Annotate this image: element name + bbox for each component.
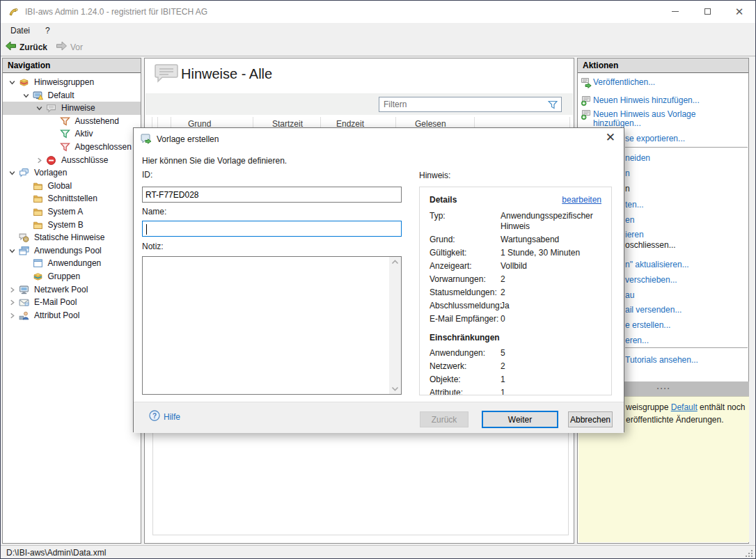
chevron-down-icon[interactable] [22,92,30,100]
chevron-down-icon[interactable] [36,104,43,112]
navigation-header: Navigation [3,58,141,73]
chevron-down-icon[interactable] [8,169,16,177]
detail-value: Vollbild [501,261,601,271]
detail-row: Grund:Wartungsabend [430,235,601,245]
action-partial[interactable]: n" aktualisieren... [625,260,689,269]
tree-item-gruppen[interactable]: Gruppen [3,270,141,283]
tree-item-system-a[interactable]: System A [3,205,141,219]
templates-icon [19,168,29,178]
dialog-close-icon[interactable]: ✕ [603,131,618,145]
chevron-right-icon[interactable] [8,286,16,294]
filter-input[interactable] [382,98,539,111]
resize-grip[interactable] [745,549,753,558]
menu-help[interactable]: ? [40,26,56,36]
tree-item-vorlagen[interactable]: Vorlagen [3,166,141,180]
action-partial[interactable]: se exportieren... [625,134,685,143]
forward-nav-button[interactable]: Vor [56,41,83,53]
action-partial[interactable]: ten... [625,200,644,210]
tree-item-label: Netzwerk Pool [34,285,88,294]
action-partial[interactable]: neiden [625,153,650,163]
dialog-cancel-button[interactable]: Abbrechen [568,411,613,427]
filter-funnel-icon[interactable] [548,100,558,111]
hinweis-label: Hinweis: [419,171,450,180]
status-path: D:\IBI-aws\Admin\Data.xml [6,548,106,558]
back-nav-button[interactable]: Zurück [5,41,47,53]
tree-item-e-mail-pool[interactable]: E-Mail Pool [3,296,141,309]
tree-item-hinweisgruppen[interactable]: Hinweisgruppen [3,76,141,89]
app-window-icon [33,258,43,269]
notiz-label: Notiz: [142,242,164,251]
notiz-scrollbar[interactable] [389,257,401,394]
default-group-link[interactable]: Default [671,402,698,412]
notiz-textarea[interactable] [142,256,402,395]
bearbeiten-link[interactable]: bearbeiten [562,195,601,205]
action-partial[interactable]: Tutorials ansehen... [625,355,698,365]
chevron-right-icon[interactable] [36,157,43,164]
tree-item-anwendungs-pool[interactable]: Anwendungs Pool [3,244,141,258]
action-partial[interactable]: verschieben... [625,275,677,285]
menu-datei[interactable]: Datei [5,26,36,36]
chevron-right-icon[interactable] [8,312,16,320]
tree-item-ausstehend[interactable]: Ausstehend [3,115,141,128]
action-partial[interactable]: ieren [625,230,644,239]
action-partial[interactable]: e erstellen... [625,320,670,330]
chevron-down-icon[interactable] [8,79,16,86]
tree-item-abgeschlossen[interactable]: Abgeschlossen [3,141,141,154]
dialog-next-button[interactable]: Weiter [482,411,558,428]
tree-item-statische-hinweise[interactable]: Statische Hinweise [3,231,141,244]
navigation-panel: Navigation HinweisgruppenDefaultHinweise… [2,58,141,544]
add-note-icon [581,95,592,107]
name-input-wrapper [142,221,402,237]
action-partial[interactable]: ail versenden... [625,305,682,315]
tree-item-attribut-pool[interactable]: Attribut Pool [3,309,141,322]
action-partial[interactable]: oschliessen... [625,240,676,250]
close-button[interactable]: ✕ [723,1,755,22]
tree-item-hinweise[interactable]: Hinweise [3,102,141,115]
maximize-button[interactable] [691,1,723,22]
action-partial[interactable]: en [625,215,634,225]
dialog-back-button[interactable]: Zurück [420,411,468,427]
hinweise-page-icon [154,63,179,87]
maximize-icon [704,8,711,15]
tree-item-schnittstellen[interactable]: Schnittstellen [3,192,141,205]
svg-text:?: ? [152,412,157,420]
detail-label: Vorwarnungen: [430,274,501,285]
tree-item-aktiv[interactable]: Aktiv [3,127,141,141]
detail-label: Anzeigeart: [430,261,501,271]
id-label: ID: [142,170,152,180]
action-partial[interactable]: au [625,290,634,300]
tree-item-system-b[interactable]: System B [3,219,141,232]
name-input[interactable] [145,223,389,235]
tree-item-netzwerk-pool[interactable]: Netzwerk Pool [3,283,141,297]
tree-item-label: Aktiv [75,129,93,139]
detail-row: Anzeigeart:Vollbild [430,261,601,271]
tree-item-label: Global [48,181,72,191]
action-partial[interactable]: n [625,184,630,194]
chevron-right-icon[interactable] [8,299,16,306]
tree-item-global[interactable]: Global [3,180,141,193]
content-title-row: Hinweise - Alle [145,58,574,93]
action-partial[interactable]: eren... [625,336,649,345]
scroll-down-icon [391,386,399,391]
attribute-icon [19,310,29,321]
funnel-orange-icon [60,116,70,127]
detail-value: Ja [501,301,601,311]
minimize-button[interactable] [659,1,691,22]
actions-divider [625,347,748,348]
tree-item-anwendungen[interactable]: Anwendungen [3,257,141,270]
minimize-icon [672,11,679,12]
chevron-down-icon[interactable] [8,247,16,255]
detail-label: Abschlussmeldung: [430,301,501,311]
app-window: IBI-aws Admin 1.24.0 - registriert für I… [0,0,756,559]
id-input[interactable] [142,187,402,203]
tree-item-ausschlüsse[interactable]: Ausschlüsse [3,154,141,167]
minus-circle-icon [46,155,56,166]
static-notes-icon [19,233,29,243]
actions-header: Aktionen [578,58,748,73]
vorlage-erstellen-dialog: Vorlage erstellen ✕ Hier können Sie die … [133,127,624,432]
tree-item-label: Attribut Pool [34,310,79,320]
detail-row: Statusmeldungen:2 [430,288,601,298]
help-link[interactable]: ? Hilfe [149,410,180,423]
tree-item-default[interactable]: Default [3,89,141,102]
action-partial[interactable]: n [625,168,630,178]
